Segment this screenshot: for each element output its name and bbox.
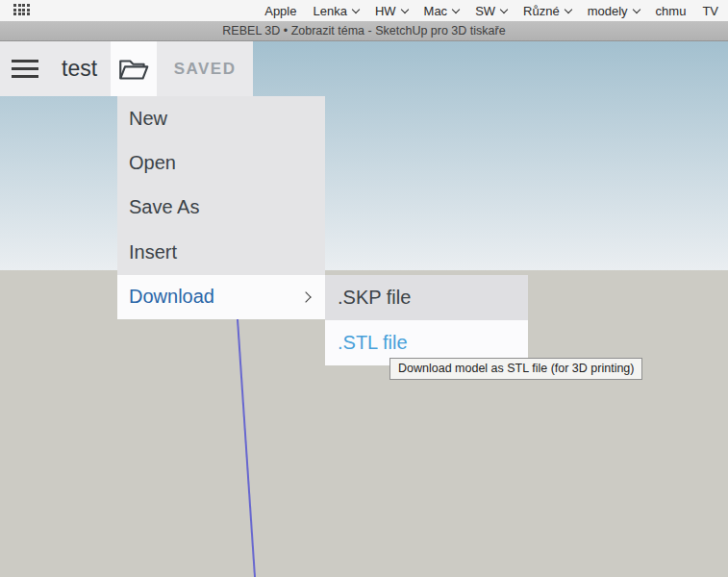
model-name[interactable]: test: [62, 56, 97, 82]
bookmark-item-mac[interactable]: Mac: [424, 4, 460, 18]
file-menu: New Open Save As Insert Download: [117, 96, 325, 319]
bookmark-label: HW: [375, 4, 396, 18]
menu-item-label: Insert: [129, 241, 177, 263]
bookmark-label: modely: [588, 4, 628, 18]
bookmark-item-sw[interactable]: SW: [475, 4, 507, 18]
bookmark-items: Apple Lenka HW Mac SW Různé modely chmu …: [264, 0, 718, 21]
menu-item-label: Open: [129, 152, 176, 174]
bookmark-item-lenka[interactable]: Lenka: [313, 4, 358, 18]
bookmark-label: chmu: [656, 4, 687, 18]
bookmark-label: Apple: [264, 4, 296, 18]
chevron-down-icon: [500, 5, 508, 13]
window-title-bar: REBEL 3D • Zobrazit téma - SketchUp pro …: [0, 21, 728, 41]
tooltip: Download model as STL file (for 3D print…: [389, 358, 642, 380]
menu-item-insert[interactable]: Insert: [117, 230, 325, 274]
bookmarks-bar: Apple Lenka HW Mac SW Různé modely chmu …: [0, 0, 728, 21]
submenu-arrow-icon: [300, 291, 311, 302]
app-toolbar: test SAVED: [0, 41, 253, 96]
menu-item-label: Download: [129, 286, 214, 308]
bookmark-item-apple[interactable]: Apple: [264, 4, 296, 18]
window-title: REBEL 3D • Zobrazit téma - SketchUp pro …: [222, 24, 505, 38]
bookmark-label: Různé: [523, 4, 560, 18]
file-menu-button[interactable]: [111, 41, 157, 96]
bookmark-item-hw[interactable]: HW: [375, 4, 408, 18]
menu-item-label: New: [129, 108, 167, 130]
bookmark-item-ruzne[interactable]: Různé: [523, 4, 571, 18]
submenu-item-label: .STL file: [338, 332, 408, 354]
chevron-down-icon: [564, 5, 571, 13]
open-folder-icon: [116, 55, 151, 84]
chevron-down-icon: [400, 5, 408, 13]
hamburger-menu-icon[interactable]: [0, 41, 50, 96]
menu-item-label: Save As: [129, 196, 199, 218]
save-status-badge: SAVED: [157, 60, 253, 79]
menu-item-new[interactable]: New: [117, 96, 325, 140]
bookmark-label: Lenka: [313, 4, 346, 18]
menu-item-download[interactable]: Download: [117, 275, 325, 319]
bookmark-item-chmu[interactable]: chmu: [656, 4, 687, 18]
submenu-item-skp-file[interactable]: .SKP file: [325, 275, 528, 320]
chevron-down-icon: [632, 5, 640, 13]
menu-item-save-as[interactable]: Save As: [117, 186, 325, 230]
bookmark-label: TV: [702, 4, 718, 18]
submenu-item-label: .SKP file: [338, 287, 411, 309]
apps-grid-icon[interactable]: [13, 4, 30, 17]
chevron-down-icon: [452, 5, 460, 13]
chevron-down-icon: [352, 5, 360, 13]
bookmark-item-modely[interactable]: modely: [588, 4, 640, 18]
menu-item-open[interactable]: Open: [117, 140, 325, 185]
bookmark-label: Mac: [424, 4, 448, 18]
bookmark-label: SW: [475, 4, 495, 18]
download-submenu: .SKP file .STL file: [325, 275, 528, 365]
bookmark-item-tv[interactable]: TV: [702, 4, 718, 18]
